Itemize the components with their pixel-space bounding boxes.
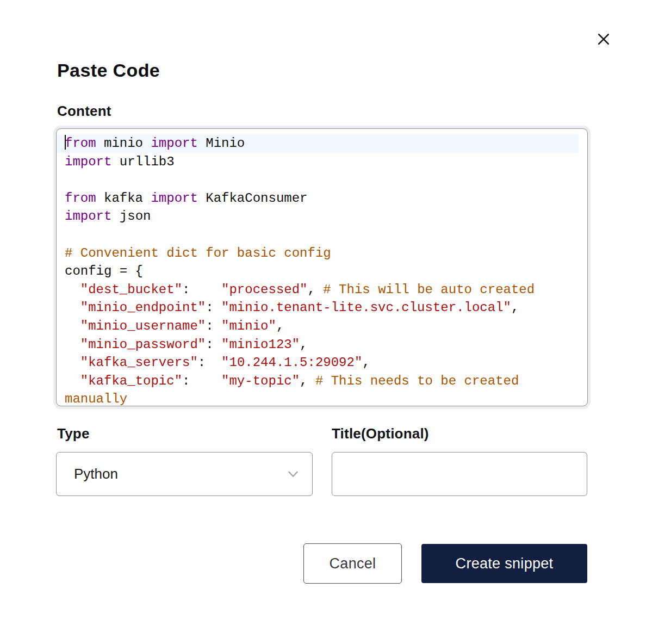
code-editor-lines: from minio import Minioimport urllib3fro…: [57, 129, 587, 406]
code-token: "dest_bucket": [80, 282, 182, 297]
code-token: :: [206, 319, 221, 333]
code-token: "minio": [221, 319, 276, 333]
code-token: ,: [511, 300, 519, 315]
code-token: "minio_username": [80, 319, 206, 333]
code-token: import: [151, 136, 197, 151]
code-token: from: [65, 191, 96, 206]
code-token: "10.244.1.5:29092": [221, 355, 362, 370]
code-token: # Convenient dict for basic config: [65, 246, 331, 261]
code-token: [65, 300, 80, 315]
code-token: kafka: [96, 191, 151, 206]
chevron-down-icon: [286, 467, 300, 481]
code-token: import: [65, 154, 111, 169]
code-token: [65, 282, 80, 297]
code-token: :: [182, 282, 221, 297]
type-select[interactable]: Python: [56, 452, 313, 496]
code-token: from: [65, 136, 96, 151]
code-token: json: [111, 209, 151, 224]
code-token: ,: [300, 374, 315, 388]
code-line: config = {: [57, 262, 579, 281]
page-title: Paste Code: [57, 60, 160, 81]
code-token: ,: [276, 319, 284, 333]
code-line: from minio import Minio: [57, 134, 579, 153]
code-token: KafkaConsumer: [198, 191, 308, 206]
code-token: [65, 337, 80, 352]
code-line: [57, 226, 579, 244]
close-icon: [595, 31, 612, 47]
code-token: "minio.tenant-lite.svc.cluster.local": [221, 300, 511, 315]
content-label: Content: [57, 103, 111, 120]
code-token: "minio_endpoint": [80, 300, 206, 315]
code-line: "dest_bucket": "processed", # This will …: [57, 281, 579, 299]
code-token: minio: [96, 136, 151, 151]
code-token: "kafka_servers": [80, 355, 198, 370]
code-line: "kafka_topic": "my-topic", # This needs …: [57, 372, 579, 406]
type-select-value: Python: [74, 466, 118, 482]
title-label: Title(Optional): [332, 425, 429, 442]
code-token: :: [198, 355, 221, 370]
code-token: import: [65, 209, 111, 224]
code-token: "minio123": [221, 337, 300, 352]
code-token: ,: [300, 337, 307, 352]
close-button[interactable]: [592, 27, 616, 51]
code-token: [65, 319, 80, 333]
code-token: ,: [308, 282, 324, 297]
code-token: "kafka_topic": [80, 374, 182, 388]
create-snippet-button[interactable]: Create snippet: [421, 544, 587, 583]
code-line: import json: [57, 207, 579, 226]
code-line: "minio_endpoint": "minio.tenant-lite.svc…: [57, 299, 579, 317]
code-line: [57, 171, 579, 189]
code-line: from kafka import KafkaConsumer: [57, 189, 579, 208]
code-token: [65, 355, 80, 370]
code-token: # This will be auto created: [323, 282, 535, 297]
code-line: # Convenient dict for basic config: [57, 244, 579, 263]
title-input[interactable]: [332, 452, 587, 496]
code-token: import: [151, 191, 197, 206]
code-token: "my-topic": [221, 374, 300, 388]
type-label: Type: [57, 425, 90, 442]
code-token: :: [182, 374, 221, 388]
code-token: config = {: [65, 264, 143, 278]
code-editor[interactable]: from minio import Minioimport urllib3fro…: [56, 128, 588, 406]
code-token: urllib3: [111, 154, 174, 169]
code-line: "minio_password": "minio123",: [57, 336, 579, 354]
code-line: import urllib3: [57, 153, 579, 171]
paste-code-dialog: Paste Code Content from minio import Min…: [0, 0, 646, 644]
code-line: "minio_username": "minio",: [57, 317, 579, 336]
code-line: "kafka_servers": "10.244.1.5:29092",: [57, 354, 579, 372]
code-token: :: [206, 337, 221, 352]
code-token: Minio: [198, 136, 245, 151]
code-token: "minio_password": [80, 337, 206, 352]
cancel-button[interactable]: Cancel: [303, 543, 402, 584]
code-token: :: [206, 300, 221, 315]
code-token: "processed": [221, 282, 307, 297]
code-token: ,: [362, 355, 370, 370]
code-token: [65, 374, 80, 388]
